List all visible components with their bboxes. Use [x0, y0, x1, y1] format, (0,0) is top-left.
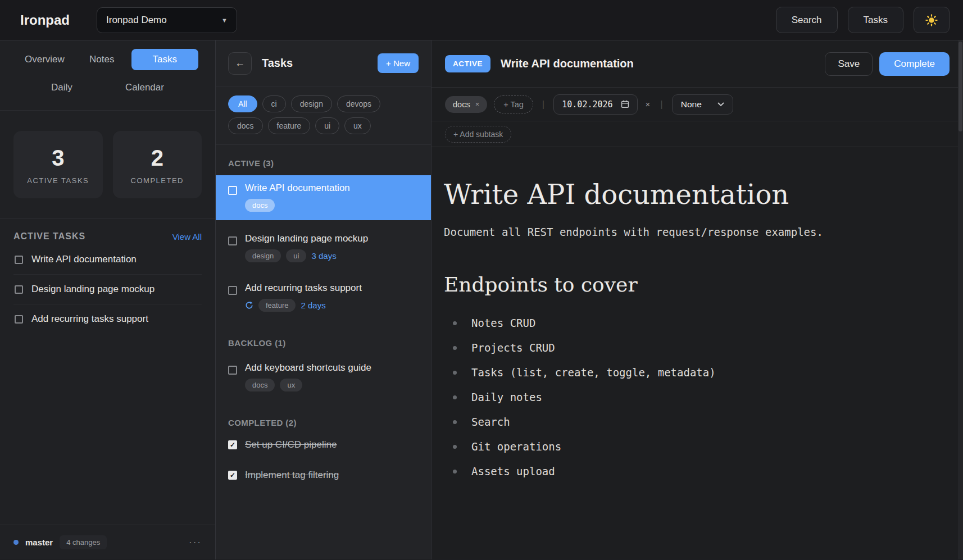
new-task-button[interactable]: + New	[378, 53, 419, 73]
task-checkbox[interactable]	[15, 315, 23, 324]
task-body: Add keyboard shortcuts guide docsux	[245, 362, 371, 391]
task-checkbox[interactable]	[15, 256, 23, 264]
task-checkbox[interactable]	[228, 366, 237, 375]
tasks-panel-title: Tasks	[262, 57, 293, 70]
tag-filter-pill-ui[interactable]: ui	[315, 117, 339, 134]
task-checkbox[interactable]: ✓	[228, 440, 237, 449]
top-bar: Ironpad Ironpad Demo ▼ Search Tasks	[0, 0, 963, 40]
add-tag-button[interactable]: + Tag	[494, 95, 533, 113]
task-meta: feature2 days	[245, 298, 362, 312]
task-list-item[interactable]: Add recurring tasks support feature2 day…	[216, 275, 431, 320]
add-subtask-button[interactable]: + Add subtask	[445, 126, 511, 143]
bullet-text: Projects CRUD	[471, 342, 555, 354]
task-checkbox[interactable]	[228, 186, 237, 195]
tasks-button[interactable]: Tasks	[848, 7, 903, 33]
due-date-value: 10.02.2026	[562, 99, 612, 110]
sidebar-nav-item-calendar[interactable]: Calendar	[117, 76, 172, 99]
back-button[interactable]: ←	[228, 52, 252, 75]
bullet-text: Daily notes	[471, 391, 542, 403]
stat-label: COMPLETED	[117, 176, 198, 185]
stat-value: 3	[18, 145, 98, 171]
task-checkbox[interactable]	[228, 236, 237, 245]
complete-button[interactable]: Complete	[879, 52, 950, 76]
bullet-dot-icon	[453, 395, 457, 399]
tag-badge: ui	[286, 249, 306, 262]
due-date-input[interactable]: 10.02.2026	[553, 94, 637, 115]
task-meta: designui3 days	[245, 249, 368, 262]
tasks-panel: ← Tasks + New Allcidesigndevopsdocsfeatu…	[216, 40, 431, 559]
tag-filter-pill-design[interactable]: design	[291, 95, 332, 112]
document-heading: Write API documentation	[444, 179, 929, 210]
bullet-dot-icon	[453, 371, 457, 375]
bullet-item: Assets upload	[453, 459, 929, 484]
bullet-text: Search	[471, 416, 510, 428]
task-title: Add recurring tasks support	[245, 283, 362, 294]
section-label: COMPLETED (2)	[216, 404, 431, 435]
stat-label: ACTIVE TASKS	[18, 176, 98, 185]
sidebar-nav-item-notes[interactable]: Notes	[81, 48, 122, 71]
recurrence-select[interactable]: None	[672, 94, 733, 115]
tag-filter-pill-feature[interactable]: feature	[268, 117, 311, 134]
calendar-icon	[621, 100, 629, 108]
task-list-item[interactable]: Design landing page mockup designui3 day…	[216, 226, 431, 271]
sidebar-nav-item-daily[interactable]: Daily	[43, 76, 80, 99]
sidebar: OverviewNotesTasks DailyCalendar 3 ACTIV…	[0, 40, 216, 559]
document-bullet-list: Notes CRUD Projects CRUD Tasks (list, cr…	[444, 311, 929, 484]
detail-tag[interactable]: docs ×	[445, 96, 487, 113]
theme-toggle-button[interactable]	[914, 7, 950, 33]
detail-tag-label: docs	[453, 100, 470, 109]
bullet-dot-icon	[453, 470, 457, 474]
task-checkbox[interactable]	[228, 286, 237, 295]
task-list-item[interactable]: Write API documentation docs	[216, 175, 431, 220]
task-checkbox[interactable]: ✓	[228, 471, 237, 480]
task-label: Design landing page mockup	[31, 284, 155, 295]
changes-count-badge[interactable]: 4 changes	[60, 535, 107, 549]
search-button[interactable]: Search	[776, 7, 838, 33]
chevron-down-icon	[717, 102, 724, 107]
stat-value: 2	[117, 145, 198, 171]
task-meta: docsux	[245, 378, 371, 391]
bullet-text: Git operations	[471, 440, 561, 453]
arrow-left-icon: ←	[235, 57, 245, 69]
git-status-bar: master 4 changes ···	[0, 525, 215, 559]
task-list-item[interactable]: Add keyboard shortcuts guide docsux	[216, 355, 431, 400]
sidebar-nav-item-overview[interactable]: Overview	[17, 48, 72, 71]
tag-filter-pill-devops[interactable]: devops	[337, 95, 380, 112]
bullet-dot-icon	[453, 420, 457, 424]
view-all-link[interactable]: View All	[172, 232, 202, 242]
scrollbar[interactable]	[958, 40, 963, 559]
project-selector[interactable]: Ironpad Demo ▼	[97, 7, 237, 33]
detail-tags: docs ×	[445, 96, 487, 113]
sidebar-task-item[interactable]: Design landing page mockup	[13, 275, 202, 304]
bullet-item: Search	[453, 409, 929, 434]
clear-date-button[interactable]: ×	[646, 99, 651, 109]
task-checkbox[interactable]	[15, 285, 23, 294]
sidebar-nav-item-tasks[interactable]: Tasks	[131, 49, 198, 70]
topbar-actions: Search Tasks	[776, 7, 950, 33]
bullet-item: Daily notes	[453, 385, 929, 409]
sun-icon	[925, 14, 938, 26]
recurrence-value: None	[681, 99, 702, 110]
tag-filter-pill-docs[interactable]: docs	[228, 117, 263, 134]
sidebar-active-tasks-header: ACTIVE TASKS View All	[13, 231, 202, 242]
sidebar-task-item[interactable]: Write API documentation	[13, 245, 202, 275]
task-meta: docs	[245, 198, 350, 212]
task-body: Set up CI/CD pipeline	[245, 439, 337, 450]
bullet-item: Git operations	[453, 434, 929, 459]
tag-filter-pill-ux[interactable]: ux	[344, 117, 371, 134]
tag-filter-pill-ci[interactable]: ci	[262, 95, 286, 112]
sidebar-task-item[interactable]: Add recurring tasks support	[13, 304, 202, 334]
scrollbar-thumb[interactable]	[959, 42, 962, 131]
task-list-item[interactable]: ✓ Set up CI/CD pipeline	[216, 435, 431, 455]
more-menu-icon[interactable]: ···	[189, 537, 202, 548]
task-title: Write API documentation	[245, 183, 350, 194]
meta-separator: |	[542, 99, 544, 110]
section-items: ✓ Set up CI/CD pipeline ✓ Implement tag …	[216, 435, 431, 485]
save-button[interactable]: Save	[825, 52, 873, 76]
task-list-item[interactable]: ✓ Implement tag filtering	[216, 465, 431, 485]
task-body: Add recurring tasks support feature2 day…	[245, 283, 362, 312]
remove-tag-icon[interactable]: ×	[475, 100, 480, 108]
branch-name: master	[25, 538, 53, 547]
tag-filter-pill-all[interactable]: All	[228, 95, 257, 112]
section-items: Write API documentation docs Design land…	[216, 175, 431, 320]
